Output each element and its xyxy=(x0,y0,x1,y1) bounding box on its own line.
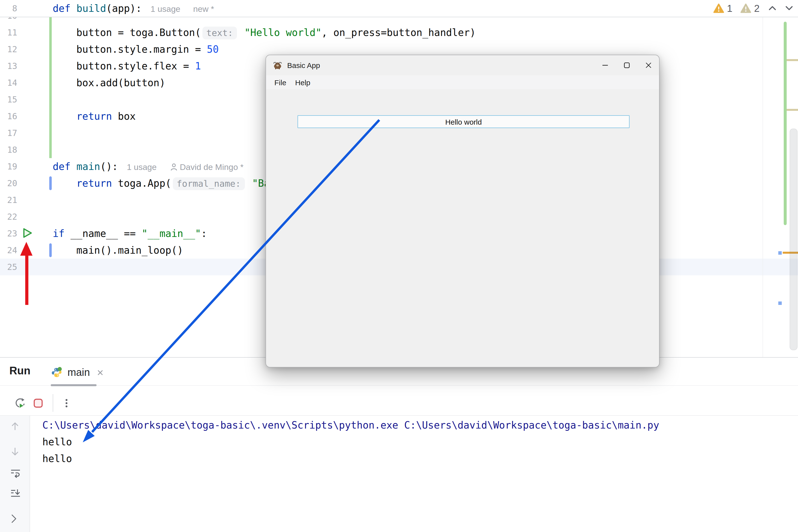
editor-scrollbar-thumb[interactable] xyxy=(790,129,798,350)
code-token: button = toga.Button( xyxy=(76,26,201,38)
maximize-icon xyxy=(623,62,630,69)
stop-icon xyxy=(33,398,44,409)
expand-gutter-button[interactable] xyxy=(11,514,17,525)
python-icon xyxy=(51,366,62,378)
gutter-added-marker xyxy=(49,108,52,125)
console-output-line: hello xyxy=(30,434,659,450)
line-number: 22 xyxy=(0,208,17,225)
code-token: : xyxy=(201,228,207,240)
code-text: button.style.flex = 1 xyxy=(76,58,201,74)
line-number: 20 xyxy=(0,175,17,192)
menu-file[interactable]: File xyxy=(270,78,291,87)
line-number: 17 xyxy=(0,125,17,141)
close-icon xyxy=(645,62,651,69)
gutter-changed-marker xyxy=(49,176,52,190)
code-token: main xyxy=(76,160,100,172)
code-text: return box xyxy=(76,108,136,125)
code-text: def main():1 usageDavid de Mingo * xyxy=(53,158,244,176)
sticky-line-header[interactable]: 8 def build(app):1 usagenew * xyxy=(0,0,798,17)
code-text: return toga.App(formal_name: "Basi xyxy=(76,175,282,192)
console-output[interactable]: C:\Users\david\Workspace\toga-basic\.ven… xyxy=(30,416,798,532)
code-token: if xyxy=(53,228,64,240)
code-token: return xyxy=(76,110,112,122)
previous-problem-button[interactable] xyxy=(768,4,776,13)
warning-count: 1 xyxy=(727,3,733,14)
rerun-button[interactable] xyxy=(14,398,25,411)
scroll-to-end-button[interactable] xyxy=(10,489,21,500)
active-tab-indicator xyxy=(51,384,97,386)
window-titlebar[interactable]: Basic App xyxy=(266,55,659,75)
run-tab-label: main xyxy=(68,366,90,378)
gutter-added-marker xyxy=(49,141,52,158)
tab-close-button[interactable] xyxy=(97,369,103,376)
inlay-hint[interactable]: new * xyxy=(193,1,214,18)
hello-world-button[interactable]: Hello world xyxy=(298,115,629,128)
maximize-button[interactable] xyxy=(616,55,638,75)
scroll-to-end-icon xyxy=(10,489,21,498)
chevron-right-icon xyxy=(11,514,17,523)
line-number: 21 xyxy=(0,192,17,208)
next-problem-button[interactable] xyxy=(785,4,793,13)
code-token: main().main_loop() xyxy=(76,244,183,256)
code-token: "__main__" xyxy=(141,228,201,240)
line-number: 25 xyxy=(0,259,17,276)
warning-icon xyxy=(713,3,724,13)
code-token: return xyxy=(76,177,112,189)
code-token: toga.App( xyxy=(112,177,171,189)
author-inlay-hint[interactable]: David de Mingo * xyxy=(180,159,244,176)
scrollbar-warning-marker xyxy=(787,109,798,111)
code-token xyxy=(71,160,76,172)
inspections-widget[interactable]: 1 2 xyxy=(713,0,793,17)
run-tab-main[interactable]: main xyxy=(51,362,103,383)
close-button[interactable] xyxy=(638,55,659,75)
code-text: main().main_loop() xyxy=(76,242,183,259)
kebab-menu-icon xyxy=(61,398,72,409)
line-number: 19 xyxy=(0,158,17,175)
rerun-icon xyxy=(14,398,25,409)
stop-button[interactable] xyxy=(33,398,44,411)
soft-wrap-button[interactable] xyxy=(10,469,21,480)
inlay-hint[interactable]: 1 usage xyxy=(127,159,157,176)
next-occurrence-button[interactable] xyxy=(10,447,20,458)
line-number: 14 xyxy=(0,74,17,91)
parameter-hint-pill: text: xyxy=(203,26,237,39)
yak-app-icon xyxy=(272,61,283,70)
run-line-icon[interactable] xyxy=(23,228,33,239)
code-text: button.style.margin = 50 xyxy=(76,41,219,58)
code-text: box.add(button) xyxy=(76,74,165,91)
code-token: , on_press=button_handler) xyxy=(321,26,476,38)
line-number: 15 xyxy=(0,91,17,108)
line-number: 18 xyxy=(0,141,17,158)
line-number: 23 xyxy=(0,225,17,242)
weak-warning-icon xyxy=(740,3,751,13)
line-number: 24 xyxy=(0,242,17,259)
code-token: __name__ == xyxy=(64,228,141,240)
more-options-button[interactable] xyxy=(61,398,72,411)
prev-occurrence-button[interactable] xyxy=(10,422,20,433)
scrollbar-changed-marker xyxy=(778,251,782,255)
gutter-added-marker xyxy=(49,41,52,58)
minimize-button[interactable] xyxy=(594,55,616,75)
code-token xyxy=(71,2,76,14)
inlay-hint[interactable]: 1 usage xyxy=(151,1,180,18)
code-token: (): xyxy=(100,160,118,172)
code-token: "Hello world" xyxy=(239,26,321,38)
code-token: box.add(button) xyxy=(76,77,165,89)
gutter-changed-marker xyxy=(49,243,52,257)
author-icon xyxy=(170,163,177,171)
run-tool-window: Run main xyxy=(0,357,798,532)
minimize-icon xyxy=(602,62,608,69)
scrollbar-added-lines-marker xyxy=(784,22,786,225)
code-line-11[interactable]: 11button = toga.Button(text: "Hello worl… xyxy=(0,24,798,41)
weak-warning-count: 2 xyxy=(754,3,760,14)
arrow-up-icon xyxy=(10,422,20,431)
code-token: 50 xyxy=(207,43,219,55)
scrollbar-changed-marker xyxy=(778,302,782,305)
run-panel-title: Run xyxy=(10,364,31,377)
code-token: 1 xyxy=(195,60,201,72)
code-token: build xyxy=(76,2,106,14)
basic-app-window[interactable]: Basic App xyxy=(266,55,660,367)
ide-root: 1011button = toga.Button(text: "Hello wo… xyxy=(0,0,798,532)
code-text: button = toga.Button(text: "Hello world"… xyxy=(76,24,476,41)
menu-help[interactable]: Help xyxy=(291,78,315,87)
